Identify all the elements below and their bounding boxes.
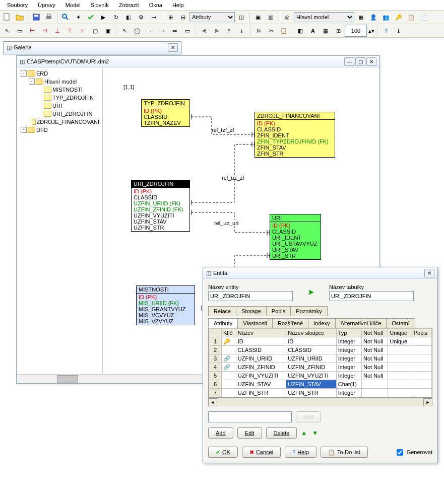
tab-atributy[interactable]: Atributy bbox=[208, 318, 238, 328]
palette-icon[interactable]: ▦ bbox=[320, 25, 332, 37]
entity-uri[interactable]: URIID (PK)CLASSIDURI_IDENTURI_USTAVVYUZU… bbox=[270, 214, 321, 260]
link-icon[interactable]: ⇢ bbox=[148, 11, 160, 23]
tree-item[interactable]: URI bbox=[20, 102, 99, 110]
user2-icon[interactable]: 👥 bbox=[380, 11, 392, 23]
report-icon[interactable]: ◧ bbox=[122, 11, 135, 23]
todo-icon[interactable]: 📋 bbox=[405, 11, 417, 23]
script-icon[interactable]: ▶ bbox=[97, 11, 109, 23]
new-icon[interactable] bbox=[1, 11, 13, 23]
flow2-icon[interactable]: ⇢ bbox=[156, 25, 168, 37]
tree-item[interactable]: MISTNOSTI bbox=[20, 86, 99, 94]
align1-icon[interactable]: ⫷ bbox=[198, 25, 210, 37]
scroll-right-icon[interactable]: ► bbox=[423, 398, 432, 406]
tab-rozšířené[interactable]: Rozšířené bbox=[272, 318, 308, 328]
check-icon[interactable] bbox=[85, 11, 97, 23]
color-icon[interactable]: ◧ bbox=[294, 25, 306, 37]
menu-soubory[interactable]: Soubory bbox=[2, 1, 33, 9]
help-button[interactable]: ?Help bbox=[285, 447, 316, 458]
generate-checkbox[interactable]: Generovat bbox=[395, 448, 432, 457]
font-icon[interactable]: A bbox=[307, 25, 319, 37]
print-icon[interactable] bbox=[43, 11, 55, 23]
model-select[interactable]: Hlavní model bbox=[294, 12, 354, 22]
rel2-icon[interactable]: ⊣ bbox=[39, 25, 51, 37]
table-row[interactable]: 6UZFIN_STAVUZFIN_STAVChar(1) bbox=[209, 380, 432, 389]
close-icon[interactable]: ✕ bbox=[366, 57, 376, 66]
refresh-icon[interactable]: ↻ bbox=[110, 11, 122, 23]
tree1-icon[interactable]: ⊞ bbox=[164, 11, 176, 23]
user1-icon[interactable]: 👤 bbox=[367, 11, 379, 23]
dfd-icon[interactable]: ◯ bbox=[131, 25, 143, 37]
entity-typ-zdrojfin[interactable]: TYP_ZDROJFINID (PK)CLASSIDTZFIN_NAZEV bbox=[141, 99, 190, 127]
help-icon[interactable]: ? bbox=[380, 25, 392, 37]
sync-arrow-icon[interactable]: ➤ bbox=[308, 288, 314, 296]
menu-slovnik[interactable]: Slovník bbox=[86, 1, 114, 9]
gallery-icon[interactable]: ◫ bbox=[235, 11, 247, 23]
tab-vlastnosti[interactable]: Vlastnosti bbox=[237, 318, 273, 328]
table-row[interactable]: 5UZFIN_VYUZITIUZFIN_VYUZITIIntegerNot Nu… bbox=[209, 372, 432, 380]
grid-icon[interactable]: ⊞ bbox=[332, 25, 344, 37]
menu-okna[interactable]: Okna bbox=[144, 1, 167, 9]
rel3-icon[interactable]: ⊥ bbox=[51, 25, 64, 37]
table-row[interactable]: 7UZFIN_STRUZFIN_STRInteger bbox=[209, 389, 432, 397]
menu-upravy[interactable]: Úpravy bbox=[33, 1, 60, 9]
tab-relace[interactable]: Relace bbox=[208, 306, 236, 316]
zoom-spinner-icon[interactable]: ▴▾ bbox=[367, 25, 375, 37]
note-tool-icon[interactable]: ▢ bbox=[89, 25, 101, 37]
tree-item[interactable]: ZDROJE_FINANCOVANI bbox=[20, 118, 99, 126]
attribute-display-select[interactable]: Atributy bbox=[189, 12, 235, 22]
entity-name-input[interactable] bbox=[208, 291, 293, 301]
role-icon[interactable]: 🔑 bbox=[393, 11, 405, 23]
tab-indexy[interactable]: Indexy bbox=[308, 318, 335, 328]
dialog-close-icon[interactable]: ✕ bbox=[424, 269, 434, 277]
align3-icon[interactable]: ⫯ bbox=[223, 25, 235, 37]
delete-button[interactable]: Delete bbox=[266, 427, 297, 439]
minimize-icon[interactable]: — bbox=[344, 57, 354, 66]
ok-button[interactable]: ✔OK bbox=[208, 447, 238, 458]
rel1-icon[interactable]: ⊢ bbox=[26, 25, 38, 37]
store-icon[interactable]: ═ bbox=[169, 25, 181, 37]
tree-item[interactable]: + DFD bbox=[20, 126, 99, 134]
copy-icon[interactable]: ⎘ bbox=[252, 25, 265, 37]
entity-tool-icon[interactable]: ▭ bbox=[14, 25, 26, 37]
wizard-icon[interactable]: ✦ bbox=[72, 11, 84, 23]
tree-item[interactable]: URI_ZDROJFIN bbox=[20, 110, 99, 118]
tab-ostatní[interactable]: Ostatní bbox=[386, 318, 415, 328]
paste-icon[interactable]: 📋 bbox=[278, 25, 290, 37]
cancel-button[interactable]: ✖Cancel bbox=[242, 447, 281, 458]
rel4-icon[interactable]: ⊤ bbox=[64, 25, 76, 37]
entity-mistnosti[interactable]: MISTNOSTIID (PK)MIS_URIID (FK)MIS_GRANTV… bbox=[136, 285, 195, 325]
grid-scrollbar[interactable]: ◄ ► bbox=[208, 398, 432, 406]
align4-icon[interactable]: ⫰ bbox=[236, 25, 248, 37]
pointer2-icon[interactable]: ↖ bbox=[118, 25, 131, 37]
tree-item[interactable]: - ERD bbox=[20, 69, 99, 78]
open-icon[interactable] bbox=[14, 11, 26, 23]
gear-icon[interactable]: ⚙ bbox=[135, 11, 147, 23]
scroll-left-icon[interactable]: ◄ bbox=[208, 398, 217, 406]
tab-poznámky[interactable]: Poznámky bbox=[290, 306, 327, 316]
todo-button[interactable]: 📋To-Do list bbox=[321, 447, 368, 458]
table-row[interactable]: 3🔗UZFIN_URIIDUZFIN_URIIDIntegerNot Null bbox=[209, 354, 432, 363]
edit-button[interactable]: Edit bbox=[237, 427, 262, 439]
grp-icon[interactable]: ▥ bbox=[265, 11, 277, 23]
note-icon[interactable]: 📄 bbox=[418, 11, 430, 23]
add-button[interactable]: Add bbox=[208, 427, 233, 439]
menu-model[interactable]: Model bbox=[60, 1, 86, 9]
move-down-icon[interactable]: ▼ bbox=[312, 429, 319, 437]
flow1-icon[interactable]: → bbox=[144, 25, 156, 37]
table-row[interactable]: 1🔑IDIDIntegerNot NullUnique bbox=[209, 337, 432, 346]
domain-icon[interactable]: ◎ bbox=[281, 11, 293, 23]
menu-help[interactable]: Help bbox=[167, 1, 189, 9]
tab-alternativní klíče[interactable]: Alternativní klíče bbox=[335, 318, 387, 328]
menu-zobrazit[interactable]: Zobrazit bbox=[114, 1, 144, 9]
tree2-icon[interactable]: ⊟ bbox=[177, 11, 189, 23]
term-icon[interactable]: ▭ bbox=[181, 25, 194, 37]
tree-item[interactable]: - Hlavní model bbox=[20, 78, 99, 86]
tab-popis[interactable]: Popis bbox=[266, 306, 291, 316]
move-up-icon[interactable]: ▲ bbox=[301, 429, 308, 437]
save-icon[interactable] bbox=[30, 11, 42, 23]
about-icon[interactable]: ℹ bbox=[393, 25, 405, 37]
entities-icon[interactable]: ▦ bbox=[355, 11, 367, 23]
layers-icon[interactable]: ▣ bbox=[252, 11, 264, 23]
pointer-icon[interactable]: ↖ bbox=[1, 25, 13, 37]
table-row[interactable]: 2CLASSIDCLASSIDIntegerNot Null bbox=[209, 346, 432, 354]
